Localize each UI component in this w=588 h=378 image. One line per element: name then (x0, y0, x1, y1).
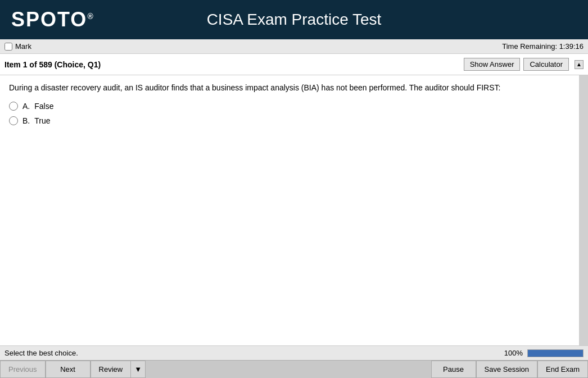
time-label: Time Remaining: (502, 42, 557, 51)
progress-bar-container (527, 349, 584, 357)
scroll-up-indicator[interactable]: ▲ (575, 60, 584, 69)
end-exam-button[interactable]: End Exam (537, 361, 588, 378)
radio-b[interactable] (9, 116, 18, 125)
progress-bar-fill (528, 350, 583, 357)
header: SPOTO® CISA Exam Practice Test (0, 0, 588, 39)
logo-sup: ® (87, 12, 94, 21)
option-a-letter: A. (22, 102, 30, 111)
time-value: 1:39:16 (559, 42, 584, 51)
page-title: CISA Exam Practice Test (207, 11, 382, 29)
save-session-button[interactable]: Save Session (476, 361, 538, 378)
progress-percent: 100% (504, 349, 523, 357)
item-buttons: Show Answer Calculator ▲ (464, 58, 584, 71)
bottom-nav: Previous Next Review ▼ Pause Save Sessio… (0, 360, 588, 378)
time-remaining: Time Remaining: 1:39:16 (502, 42, 584, 51)
radio-a[interactable] (9, 102, 18, 111)
item-info: Item 1 of 589 (Choice, Q1) (4, 60, 101, 69)
option-b-letter: B. (22, 116, 30, 125)
next-button[interactable]: Next (46, 361, 91, 378)
option-a: A. False (9, 102, 570, 111)
review-dropdown-button[interactable]: ▼ (130, 361, 146, 378)
mark-bar: Mark Time Remaining: 1:39:16 (0, 39, 588, 54)
left-nav-buttons: Previous Next Review ▼ (0, 361, 146, 378)
right-nav-buttons: Pause Save Session End Exam (431, 361, 588, 378)
logo-text: SPOTO (11, 8, 87, 31)
calculator-button[interactable]: Calculator (523, 58, 569, 71)
status-instruction: Select the best choice. (4, 349, 78, 357)
option-b: B. True (9, 116, 570, 125)
pause-button[interactable]: Pause (431, 361, 476, 378)
review-button[interactable]: Review (91, 361, 131, 378)
item-bar: Item 1 of 589 (Choice, Q1) Show Answer C… (0, 54, 588, 75)
show-answer-button[interactable]: Show Answer (464, 58, 521, 71)
status-bar: Select the best choice. 100% (0, 345, 588, 360)
option-b-text: True (34, 116, 50, 125)
previous-button[interactable]: Previous (0, 361, 46, 378)
option-a-text: False (34, 102, 53, 111)
main-content: During a disaster recovery audit, an IS … (0, 75, 588, 345)
progress-area: 100% (504, 349, 584, 357)
mark-checkbox[interactable] (4, 43, 12, 51)
question-text: During a disaster recovery audit, an IS … (9, 82, 570, 94)
logo: SPOTO® (11, 8, 94, 31)
mark-text: Mark (15, 42, 31, 51)
mark-label-container: Mark (4, 42, 31, 51)
review-button-container: Review ▼ (91, 361, 146, 378)
